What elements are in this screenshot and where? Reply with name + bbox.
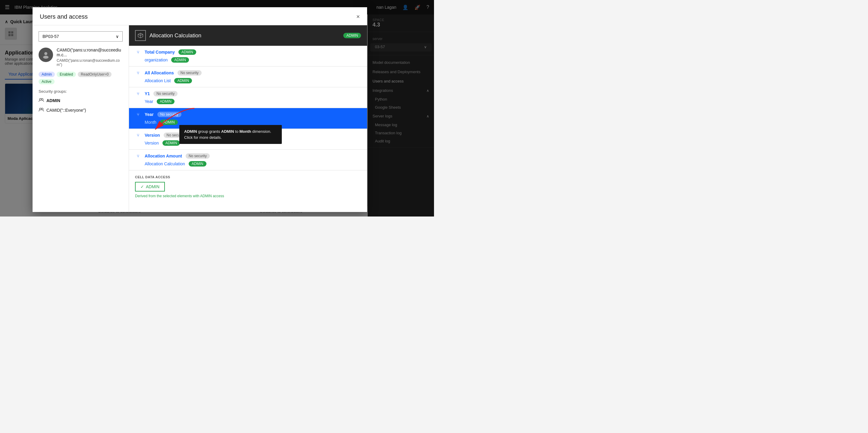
dim-sub-name[interactable]: Month [145,120,156,125]
sub-security-badge: ADMIN [162,140,180,146]
user-info-row: CAMID("pans:u:ronan@succeedium.c... CAMI… [38,47,123,67]
dim-sub-name[interactable]: Allocation List [145,78,170,83]
svg-point-9 [41,108,43,110]
group-icon [38,97,44,104]
dim-name[interactable]: Total Company [145,50,175,55]
cube-icon [135,30,146,41]
cell-data-label: CELL DATA ACCESS [135,175,361,179]
badge-admin: Admin [38,72,55,77]
branch-icon: ⑂ [135,154,141,158]
modal-close-button[interactable]: × [356,13,360,20]
dim-sub-row: Allocation List ADMIN [145,78,361,84]
user-details: CAMID("pans:u:ronan@succeedium.c... CAMI… [57,47,123,67]
checkmark-icon: ✓ [141,184,144,189]
sub-security-badge: ADMIN [157,99,175,104]
dim-all-allocations: ⑂ All Allocations No security Allocation… [129,67,367,87]
dim-sub-row: Month ADMIN [145,120,361,125]
dim-name[interactable]: Year [145,112,154,117]
modal-right-panel: Allocation Calculation ADMIN ⑂ Total Com… [129,25,367,212]
security-badge: No security [153,91,178,96]
server-select[interactable]: BP03-57 ∨ [38,31,123,41]
dim-sub-name[interactable]: organization [145,58,167,62]
dim-main-row: ⑂ All Allocations No security [135,70,361,75]
modal-title: Users and access [40,13,88,20]
svg-point-7 [41,98,43,100]
cell-data-section: CELL DATA ACCESS ✓ ADMIN Derived from th… [129,170,367,203]
dim-sub-row: Allocation Calculation ADMIN [145,161,361,167]
dim-main-row: ⑂ Allocation Amount No security [135,153,361,159]
tooltip-box[interactable]: ADMIN group grants ADMIN to Month dimens… [179,125,282,144]
dim-total-company: ⑂ Total Company ADMIN organization ADMIN [129,46,367,67]
user-avatar [38,47,53,62]
user-id: CAMID("pans:u:ronan@succeedium.com") [57,58,123,67]
chevron-down-icon: ∨ [116,34,119,39]
dim-sub-row: organization ADMIN [145,57,361,63]
branch-icon: ⑂ [135,112,141,117]
dim-name[interactable]: Y1 [145,91,150,96]
cell-data-badge-value: ADMIN [146,184,159,189]
alloc-calc-badge: ADMIN [343,33,361,38]
security-badge: No security [178,70,202,75]
dim-main-row: ⑂ Year No security [135,112,361,117]
sub-security-badge: ADMIN [189,161,207,167]
group-admin: ADMIN [38,97,123,104]
svg-point-8 [39,108,41,110]
dim-sub-name[interactable]: Allocation Calculation [145,161,185,166]
modal-header: Users and access × [33,7,367,25]
users-access-modal: Users and access × BP03-57 ∨ [33,7,367,212]
security-badge: No security [186,153,210,159]
modal-overlay: Users and access × BP03-57 ∨ [0,0,434,216]
security-badge: No security [157,112,181,117]
badge-enabled: Enabled [57,72,76,77]
branch-icon: ⑂ [135,91,141,96]
dim-sub-name[interactable]: Year [145,99,153,104]
dim-y1: ⑂ Y1 No security Year ADMIN [129,87,367,108]
group-icon [38,107,44,113]
svg-point-6 [39,98,41,100]
cell-data-derived: Derived from the selected elements with … [135,194,361,198]
alloc-calc-title: Allocation Calculation [150,33,340,39]
dim-main-row: ⑂ Y1 No security [135,91,361,96]
branch-icon: ⑂ [135,50,141,55]
tooltip-mid-text: group grants [197,129,221,134]
user-display-name: CAMID("pans:u:ronan@succeedium.c... [57,47,123,57]
svg-point-5 [43,56,49,59]
dim-name[interactable]: Allocation Amount [145,154,182,158]
tooltip-to-text: to [234,129,239,134]
cell-data-badge[interactable]: ✓ ADMIN [135,182,165,192]
badge-readonly: ReadOnlyUser=0 [78,72,112,77]
user-badges: Admin Enabled ReadOnlyUser=0 Active [38,72,123,84]
security-groups-label: Security groups: [38,89,123,94]
badge-active: Active [38,79,55,84]
server-select-value: BP03-57 [42,34,59,39]
group-name-admin: ADMIN [46,98,60,103]
dim-sub-row: Year ADMIN [145,99,361,104]
branch-icon: ⑂ [135,133,141,138]
tooltip-admin-text: ADMIN [184,129,197,134]
group-name-everyone: CAMID("::Everyone") [46,108,86,112]
modal-body: BP03-57 ∨ CAMID("pans:u:ronan@succeedium… [33,25,367,212]
svg-point-4 [44,52,47,55]
sub-security-badge: ADMIN [160,120,178,125]
dim-allocation-amount: ⑂ Allocation Amount No security Allocati… [129,149,367,170]
dim-sub-name[interactable]: Version [145,141,159,145]
group-everyone: CAMID("::Everyone") [38,107,123,113]
modal-left-panel: BP03-57 ∨ CAMID("pans:u:ronan@succeedium… [33,25,129,212]
alloc-calc-header: Allocation Calculation ADMIN [129,25,367,46]
dim-main-row: ⑂ Total Company ADMIN [135,49,361,55]
tooltip-month-text: Month [240,129,251,134]
sub-security-badge: ADMIN [171,57,189,63]
dim-name[interactable]: All Allocations [145,70,174,75]
security-badge: ADMIN [179,49,196,55]
tooltip-admin2-text: ADMIN [221,129,234,134]
sub-security-badge: ADMIN [174,78,192,84]
branch-icon: ⑂ [135,70,141,75]
dim-name[interactable]: Version [145,133,160,138]
